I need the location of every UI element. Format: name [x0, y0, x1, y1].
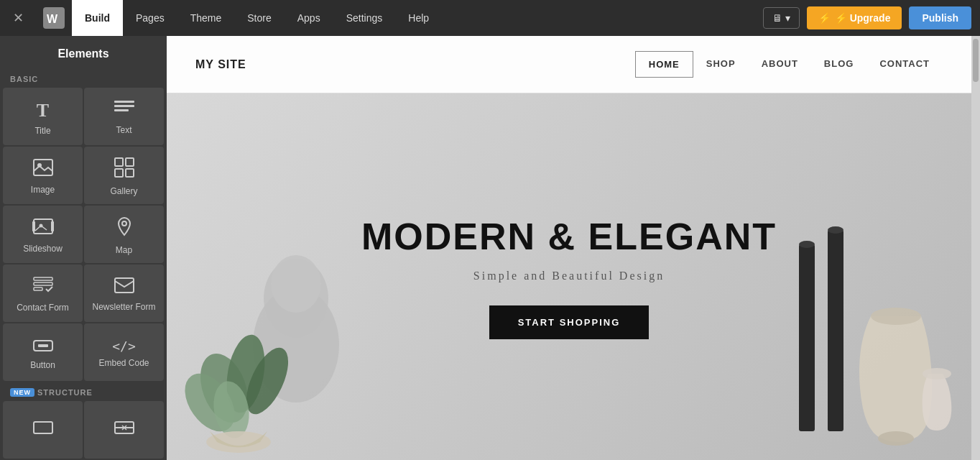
site-nav: MY SITE HOME SHOP ABOUT BLOG CONTACT: [167, 36, 971, 93]
newsletter-label: Newsletter Form: [92, 302, 155, 312]
element-section[interactable]: [3, 401, 83, 459]
divider-icon: [114, 420, 134, 438]
nav-theme[interactable]: Theme: [177, 0, 235, 36]
structure-elements-grid: [0, 400, 167, 460]
nav-shop[interactable]: SHOP: [693, 51, 749, 78]
nav-right: 🖥 ▾ ⚡ ⚡ Upgrade Publish: [763, 6, 971, 29]
element-map[interactable]: Map: [84, 206, 164, 263]
weebly-logo: W: [36, 0, 72, 36]
contact-form-label: Contact Form: [17, 303, 69, 313]
svg-rect-16: [34, 277, 52, 280]
svg-point-36: [799, 241, 815, 248]
element-gallery[interactable]: Gallery: [84, 147, 164, 204]
svg-rect-2: [114, 101, 134, 103]
svg-rect-7: [115, 158, 123, 166]
element-divider[interactable]: [84, 401, 164, 459]
svg-rect-34: [799, 244, 815, 431]
svg-rect-19: [115, 278, 134, 293]
svg-rect-12: [32, 221, 35, 231]
title-label: Title: [34, 126, 50, 136]
contact-form-icon: [33, 277, 53, 298]
gallery-label: Gallery: [110, 186, 137, 196]
svg-rect-35: [828, 230, 843, 431]
new-badge: NEW: [10, 388, 34, 397]
newsletter-icon: [114, 277, 134, 298]
element-contact-form[interactable]: Contact Form: [3, 264, 83, 322]
hero-content: MODERN & ELEGANT Simple and Beautiful De…: [361, 215, 777, 339]
nav-home[interactable]: HOME: [635, 51, 693, 78]
svg-text:W: W: [47, 13, 58, 25]
button-label: Button: [30, 360, 55, 370]
device-selector[interactable]: 🖥 ▾: [763, 7, 800, 29]
slideshow-label: Slideshow: [23, 244, 63, 254]
svg-rect-21: [38, 344, 48, 347]
publish-button[interactable]: Publish: [909, 6, 971, 29]
section-basic-label: BASIC: [0, 69, 167, 86]
section-structure-label: NEW STRUCTURE: [0, 382, 167, 400]
canvas-area: MY SITE HOME SHOP ABOUT BLOG CONTACT: [167, 36, 971, 460]
element-newsletter[interactable]: Newsletter Form: [84, 264, 164, 322]
element-embed-code[interactable]: </> Embed Code: [84, 323, 164, 381]
image-icon: [33, 159, 53, 180]
hero-section: MODERN & ELEGANT Simple and Beautiful De…: [167, 93, 971, 460]
embed-code-label: Embed Code: [98, 358, 149, 368]
svg-rect-18: [34, 288, 42, 290]
nav-apps[interactable]: Apps: [285, 0, 333, 36]
svg-rect-5: [34, 160, 52, 175]
svg-rect-8: [126, 158, 134, 166]
gallery-icon: [114, 157, 134, 182]
main-area: Elements BASIC T Title Text: [0, 36, 980, 460]
button-icon: [33, 337, 53, 356]
embed-code-icon: </>: [112, 339, 136, 354]
svg-point-33: [206, 431, 271, 453]
map-label: Map: [116, 245, 132, 255]
text-label: Text: [116, 125, 131, 135]
sidebar: Elements BASIC T Title Text: [0, 36, 167, 460]
svg-point-15: [122, 221, 126, 226]
nav-build[interactable]: Build: [72, 0, 123, 36]
svg-point-40: [923, 368, 951, 380]
text-icon: [114, 101, 134, 121]
element-title[interactable]: T Title: [3, 88, 83, 145]
upgrade-button[interactable]: ⚡ ⚡ Upgrade: [807, 6, 902, 29]
element-slideshow[interactable]: Slideshow: [3, 206, 83, 263]
svg-rect-11: [34, 219, 52, 234]
svg-point-27: [271, 255, 321, 313]
svg-rect-4: [114, 109, 129, 111]
slideshow-icon: [32, 218, 54, 239]
svg-rect-3: [114, 105, 134, 107]
title-icon: T: [37, 100, 49, 121]
svg-rect-17: [34, 282, 52, 285]
nav-about[interactable]: ABOUT: [749, 51, 811, 78]
site-logo: MY SITE: [195, 58, 246, 71]
element-image[interactable]: Image: [3, 147, 83, 204]
nav-items: Build Pages Theme Store Apps Settings He…: [72, 0, 763, 36]
svg-rect-22: [34, 422, 52, 433]
svg-point-37: [828, 226, 843, 234]
svg-rect-9: [115, 169, 123, 177]
hero-subtitle: Simple and Beautiful Design: [361, 270, 777, 282]
image-label: Image: [31, 185, 55, 195]
svg-point-39: [878, 431, 914, 446]
hero-title: MODERN & ELEGANT: [361, 215, 777, 258]
nav-help[interactable]: Help: [395, 0, 442, 36]
scrollbar-thumb: [973, 39, 979, 82]
nav-blog[interactable]: BLOG: [811, 51, 867, 78]
hero-cta-button[interactable]: START SHOPPING: [489, 305, 650, 339]
svg-rect-13: [51, 221, 54, 231]
nav-pages[interactable]: Pages: [123, 0, 177, 36]
element-button[interactable]: Button: [3, 323, 83, 381]
element-text[interactable]: Text: [84, 88, 164, 145]
map-icon: [115, 216, 134, 241]
upgrade-icon: ⚡: [818, 12, 831, 24]
sidebar-title: Elements: [0, 36, 167, 69]
svg-rect-10: [126, 169, 134, 177]
svg-point-38: [871, 308, 921, 325]
scrollbar[interactable]: [971, 36, 980, 460]
nav-contact[interactable]: CONTACT: [866, 51, 943, 78]
basic-elements-grid: T Title Text: [0, 86, 167, 382]
nav-store[interactable]: Store: [234, 0, 284, 36]
close-button[interactable]: ✕: [0, 0, 36, 36]
site-preview: MY SITE HOME SHOP ABOUT BLOG CONTACT: [167, 36, 971, 460]
nav-settings[interactable]: Settings: [333, 0, 396, 36]
